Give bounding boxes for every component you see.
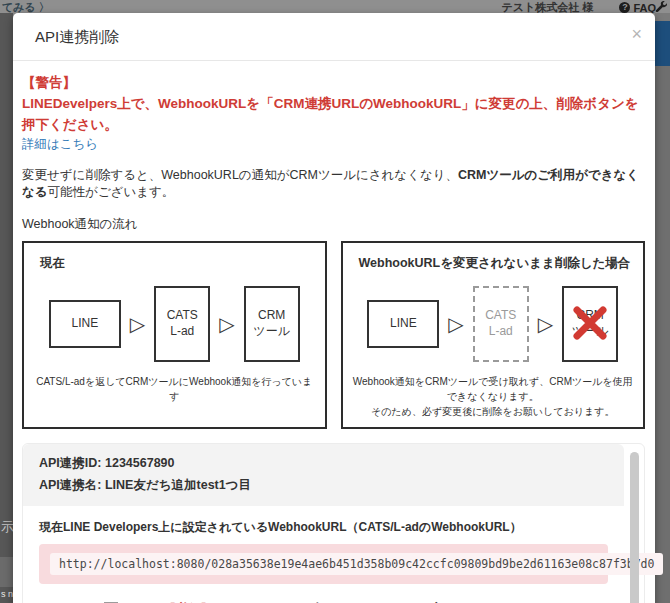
arrow-right-icon: ▷ <box>219 314 234 334</box>
close-icon[interactable]: × <box>631 25 642 43</box>
api-delete-modal: API連携削除 × 【警告】 LINEDevelpers上で、WebhookUR… <box>13 13 655 603</box>
node-cats-label-1: CATS <box>167 308 198 324</box>
current-webhook-label: 現在LINE Developers上に設定されているWebhookURL（CAT… <box>39 519 608 536</box>
flow-current-diagram: LINE ▷ CATS L-ad ▷ CRM ツール <box>32 284 317 364</box>
api-id: API連携ID: 1234567890 <box>39 453 608 475</box>
background-topbar: てみる 〉 テスト株式会社 様 ? FAQ <box>0 0 670 13</box>
api-name: API連携名: LINE友だち追加test1つ目 <box>39 475 608 497</box>
question-icon: ? <box>619 2 630 13</box>
flow-section-label: Webhook通知の流れ <box>22 216 645 233</box>
node-crm-label-2: ツール <box>253 324 290 340</box>
modal-header: API連携削除 × <box>13 13 655 61</box>
current-webhook-box: http://localhost:8080/028a35638e19e4ae6b… <box>39 544 608 584</box>
arrow-right-icon: ▷ <box>130 314 145 334</box>
flow-deleted-caption-1: Webhook通知をCRMツールで受け取れず、CRMツールを使用できなくなります… <box>351 374 636 404</box>
warning-block: 【警告】 LINEDevelpers上で、WebhookURLを「CRM連携UR… <box>22 73 645 136</box>
node-cats-label-2: L-ad <box>489 324 513 340</box>
company-name: テスト株式会社 様 <box>502 0 594 13</box>
node-line-label: LINE <box>72 316 99 332</box>
panel-header: API連携ID: 1234567890 API連携名: LINE友だち追加tes… <box>23 444 624 506</box>
flow-current-caption: CATS/L-adを返してCRMツールにWebhook通知を行っています <box>32 374 317 404</box>
arrow-right-icon: ▷ <box>448 314 463 334</box>
flow-box-current: 現在 LINE ▷ CATS L-ad ▷ CRM ツール <box>22 241 327 429</box>
node-crm: CRM ツール <box>244 286 300 362</box>
faq-link[interactable]: ? FAQ <box>619 2 656 14</box>
panel-body: 現在LINE Developers上に設定されているWebhookURL（CAT… <box>23 506 624 603</box>
background-dim-area <box>655 66 670 603</box>
node-cats-label-1: CATS <box>485 308 516 324</box>
node-cats: CATS L-ad <box>154 286 210 362</box>
flow-deleted-diagram: LINE ▷ CATS L-ad ▷ CRM ツール <box>351 284 636 364</box>
background-right-edge <box>655 13 670 603</box>
topbar-right: テスト株式会社 様 ? FAQ <box>502 0 656 13</box>
screen: てみる 〉 テスト株式会社 様 ? FAQ 示 s n API連携削除 × 【警… <box>0 0 670 603</box>
flow-diagrams: 現在 LINE ▷ CATS L-ad ▷ CRM ツール <box>22 241 645 429</box>
flow-box-deleted: WebhookURLを変更されないまま削除した場合 LINE ▷ CATS L-… <box>341 241 646 429</box>
red-cross-icon <box>571 304 609 342</box>
flow-deleted-title: WebhookURLを変更されないまま削除した場合 <box>359 255 636 272</box>
wrench-icon[interactable] <box>655 0 667 13</box>
node-crm-crossed: CRM ツール <box>562 286 618 362</box>
flow-deleted-caption: Webhook通知をCRMツールで受け取れず、CRMツールを使用できなくなります… <box>351 374 636 419</box>
modal-title: API連携削除 <box>35 28 119 45</box>
current-webhook-url[interactable]: http://localhost:8080/028a35638e19e4ae6b… <box>50 553 663 575</box>
flow-current-title: 現在 <box>40 255 317 272</box>
description-pre: 変更せずに削除すると、WebhookURLの通知がCRMツールにされなくなり、 <box>22 168 458 182</box>
background-blue-banner <box>655 21 670 66</box>
node-cats-ghost: CATS L-ad <box>473 286 529 362</box>
background-sidebar: 示 s n <box>0 13 13 603</box>
background-breadcrumb-link[interactable]: てみる 〉 <box>2 0 50 13</box>
description-post: 可能性がございます。 <box>48 185 175 199</box>
warning-text: LINEDevelpers上で、WebhookURLを「CRM連携URLのWeb… <box>22 94 645 136</box>
sidebar-partial-label: 示 <box>1 518 13 536</box>
node-crm-label-1: CRM <box>258 308 285 324</box>
sidebar-bottom-label: s n <box>1 589 13 599</box>
node-cats-label-2: L-ad <box>170 324 194 340</box>
flow-deleted-caption-2: そのため、必ず変更後に削除をお願いしております。 <box>351 404 636 419</box>
node-line-label: LINE <box>390 316 417 332</box>
warning-heading: 【警告】 <box>22 73 645 94</box>
faq-label: FAQ <box>633 2 656 14</box>
detail-link[interactable]: 詳細はこちら <box>22 137 98 151</box>
node-line: LINE <box>367 300 439 348</box>
arrow-right-icon: ▷ <box>538 314 553 334</box>
sidebar-lighter-block <box>0 557 13 587</box>
modal-body: 【警告】 LINEDevelpers上で、WebhookURLを「CRM連携UR… <box>13 61 655 603</box>
api-info-panel: API連携ID: 1234567890 API連携名: LINE友だち追加tes… <box>22 443 645 603</box>
node-line: LINE <box>49 300 121 348</box>
panel-scrollbar[interactable] <box>630 452 639 603</box>
description-text: 変更せずに削除すると、WebhookURLの通知がCRMツールにされなくなり、C… <box>22 167 645 201</box>
